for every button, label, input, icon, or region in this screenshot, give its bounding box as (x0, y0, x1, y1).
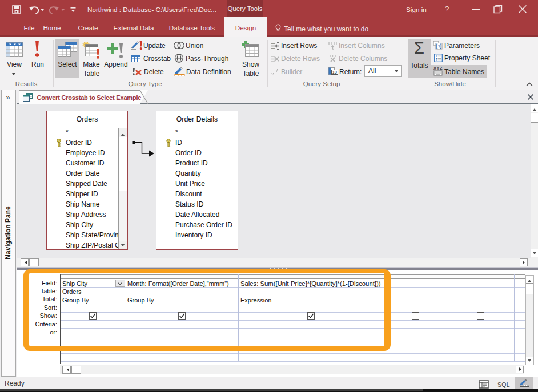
svg-text:XYZ: XYZ (433, 66, 443, 71)
svg-text:10: 10 (332, 70, 337, 75)
svg-text:?: ? (438, 44, 441, 49)
